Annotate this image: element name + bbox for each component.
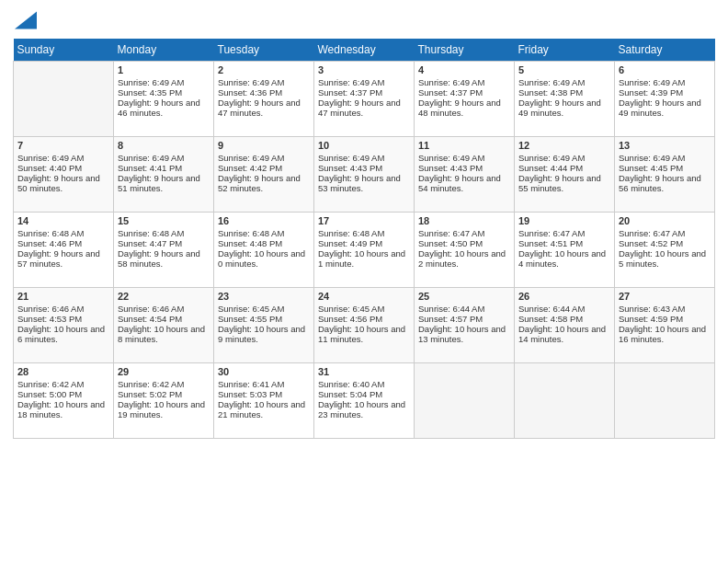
day-number: 14 [17, 215, 109, 226]
daylight: Daylight: 10 hours and 23 minutes. [318, 399, 405, 419]
daylight: Daylight: 10 hours and 2 minutes. [418, 248, 506, 269]
logo [13, 9, 37, 31]
daylight: Daylight: 10 hours and 18 minutes. [17, 399, 105, 419]
week-row-1: 1Sunrise: 6:49 AMSunset: 4:35 PMDaylight… [14, 62, 715, 137]
daylight: Daylight: 10 hours and 14 minutes. [518, 324, 606, 344]
calendar-cell: 3Sunrise: 6:49 AMSunset: 4:37 PMDaylight… [314, 62, 415, 137]
svg-marker-0 [15, 11, 37, 29]
sunrise: Sunrise: 6:48 AM [218, 228, 284, 238]
sunset: Sunset: 4:46 PM [17, 238, 82, 248]
sunset: Sunset: 4:51 PM [518, 238, 583, 248]
sunrise: Sunrise: 6:49 AM [418, 153, 484, 163]
sunrise: Sunrise: 6:49 AM [518, 77, 585, 87]
week-row-5: 28Sunrise: 6:42 AMSunset: 5:00 PMDayligh… [14, 363, 715, 439]
week-row-4: 21Sunrise: 6:46 AMSunset: 4:53 PMDayligh… [14, 288, 715, 363]
day-header-wednesday: Wednesday [314, 39, 415, 62]
day-number: 1 [118, 64, 210, 75]
daylight: Daylight: 9 hours and 48 minutes. [418, 98, 501, 118]
sunset: Sunset: 4:48 PM [218, 238, 282, 248]
daylight: Daylight: 10 hours and 11 minutes. [318, 324, 405, 344]
sunrise: Sunrise: 6:47 AM [518, 228, 585, 238]
sunset: Sunset: 4:58 PM [518, 314, 583, 324]
daylight: Daylight: 9 hours and 54 minutes. [418, 173, 501, 193]
sunrise: Sunrise: 6:49 AM [118, 77, 184, 87]
daylight: Daylight: 9 hours and 50 minutes. [17, 173, 100, 193]
page-container: SundayMondayTuesdayWednesdayThursdayFrid… [0, 0, 728, 448]
sunrise: Sunrise: 6:42 AM [17, 379, 84, 389]
sunrise: Sunrise: 6:40 AM [318, 379, 384, 389]
daylight: Daylight: 10 hours and 16 minutes. [619, 324, 706, 344]
calendar-cell: 19Sunrise: 6:47 AMSunset: 4:51 PMDayligh… [515, 213, 615, 288]
week-row-2: 7Sunrise: 6:49 AMSunset: 4:40 PMDaylight… [14, 137, 715, 213]
day-number: 17 [318, 215, 410, 226]
sunset: Sunset: 4:45 PM [619, 163, 683, 173]
day-number: 22 [118, 291, 210, 302]
logo-icon [15, 9, 37, 31]
daylight: Daylight: 9 hours and 47 minutes. [218, 98, 301, 118]
day-number: 29 [118, 366, 210, 377]
daylight: Daylight: 10 hours and 8 minutes. [118, 324, 205, 344]
day-number: 24 [318, 291, 410, 302]
sunset: Sunset: 5:02 PM [118, 389, 182, 399]
sunset: Sunset: 4:43 PM [318, 163, 382, 173]
sunset: Sunset: 4:44 PM [518, 163, 583, 173]
daylight: Daylight: 10 hours and 4 minutes. [518, 248, 606, 269]
daylight: Daylight: 9 hours and 56 minutes. [619, 173, 701, 193]
calendar-cell: 11Sunrise: 6:49 AMSunset: 4:43 PMDayligh… [415, 137, 515, 213]
daylight: Daylight: 9 hours and 49 minutes. [518, 98, 601, 118]
calendar-cell: 4Sunrise: 6:49 AMSunset: 4:37 PMDaylight… [415, 62, 515, 137]
day-number: 23 [218, 291, 310, 302]
calendar-cell: 6Sunrise: 6:49 AMSunset: 4:39 PMDaylight… [615, 62, 715, 137]
sunset: Sunset: 4:41 PM [118, 163, 182, 173]
day-number: 12 [518, 140, 610, 151]
sunrise: Sunrise: 6:49 AM [318, 77, 384, 87]
calendar-cell: 30Sunrise: 6:41 AMSunset: 5:03 PMDayligh… [214, 363, 314, 439]
day-number: 31 [318, 366, 410, 377]
day-header-monday: Monday [114, 39, 214, 62]
daylight: Daylight: 9 hours and 51 minutes. [118, 173, 200, 193]
calendar-cell: 13Sunrise: 6:49 AMSunset: 4:45 PMDayligh… [615, 137, 715, 213]
calendar-cell: 10Sunrise: 6:49 AMSunset: 4:43 PMDayligh… [314, 137, 415, 213]
sunrise: Sunrise: 6:49 AM [619, 77, 685, 87]
day-number: 15 [118, 215, 210, 226]
sunset: Sunset: 4:37 PM [418, 87, 483, 98]
sunset: Sunset: 5:00 PM [17, 389, 82, 399]
sunset: Sunset: 4:38 PM [518, 87, 583, 98]
sunset: Sunset: 4:40 PM [17, 163, 82, 173]
sunrise: Sunrise: 6:49 AM [619, 153, 685, 163]
sunset: Sunset: 4:49 PM [318, 238, 382, 248]
sunset: Sunset: 4:55 PM [218, 314, 282, 324]
daylight: Daylight: 9 hours and 57 minutes. [17, 248, 100, 269]
sunrise: Sunrise: 6:49 AM [118, 153, 184, 163]
day-number: 21 [17, 291, 109, 302]
sunset: Sunset: 4:47 PM [118, 238, 182, 248]
calendar-cell: 7Sunrise: 6:49 AMSunset: 4:40 PMDaylight… [14, 137, 114, 213]
day-number: 7 [17, 140, 109, 151]
sunrise: Sunrise: 6:47 AM [418, 228, 484, 238]
calendar-cell: 9Sunrise: 6:49 AMSunset: 4:42 PMDaylight… [214, 137, 314, 213]
daylight: Daylight: 9 hours and 52 minutes. [218, 173, 301, 193]
sunrise: Sunrise: 6:46 AM [118, 304, 184, 314]
sunset: Sunset: 4:42 PM [218, 163, 282, 173]
sunset: Sunset: 5:04 PM [318, 389, 382, 399]
sunset: Sunset: 4:56 PM [318, 314, 382, 324]
daylight: Daylight: 10 hours and 1 minute. [318, 248, 405, 269]
sunrise: Sunrise: 6:42 AM [118, 379, 184, 389]
sunset: Sunset: 5:03 PM [218, 389, 282, 399]
day-header-saturday: Saturday [615, 39, 715, 62]
calendar-cell: 21Sunrise: 6:46 AMSunset: 4:53 PMDayligh… [14, 288, 114, 363]
calendar-cell: 28Sunrise: 6:42 AMSunset: 5:00 PMDayligh… [14, 363, 114, 439]
calendar-cell: 27Sunrise: 6:43 AMSunset: 4:59 PMDayligh… [615, 288, 715, 363]
calendar-table: SundayMondayTuesdayWednesdayThursdayFrid… [13, 39, 715, 439]
day-number: 4 [418, 64, 510, 75]
calendar-cell: 8Sunrise: 6:49 AMSunset: 4:41 PMDaylight… [114, 137, 214, 213]
calendar-cell: 29Sunrise: 6:42 AMSunset: 5:02 PMDayligh… [114, 363, 214, 439]
sunset: Sunset: 4:37 PM [318, 87, 382, 98]
daylight: Daylight: 10 hours and 5 minutes. [619, 248, 706, 269]
daylight: Daylight: 9 hours and 47 minutes. [318, 98, 401, 118]
sunset: Sunset: 4:54 PM [118, 314, 182, 324]
day-header-friday: Friday [515, 39, 615, 62]
sunset: Sunset: 4:52 PM [619, 238, 683, 248]
day-number: 19 [518, 215, 610, 226]
calendar-cell [515, 363, 615, 439]
